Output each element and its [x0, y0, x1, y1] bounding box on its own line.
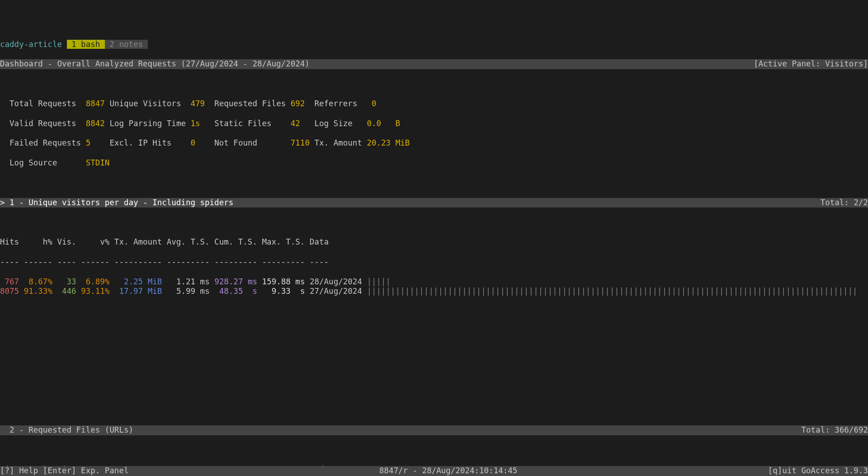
panel-1-dashes: ---- ------ ---- ------ ---------- -----… [0, 257, 868, 267]
blank [0, 306, 868, 316]
tmux-tabbar: caddy-article 1 bash 2 notes [0, 40, 868, 50]
failed-requests-label: Failed Requests [9, 138, 81, 147]
not-found-label: Not Found [214, 138, 257, 147]
footer-bar: [?] Help [Enter] Exp. Panel8847/r - 28/A… [0, 466, 868, 476]
panel-2-title: 2 - Requested Files (URLs) [0, 425, 133, 435]
log-size-unit: B [396, 119, 401, 128]
failed-requests-value: 5 [86, 138, 91, 147]
blank [0, 445, 868, 455]
log-size-value: 0.0 [367, 119, 381, 128]
panel-1-header[interactable]: > 1 - Unique visitors per day - Includin… [0, 198, 868, 208]
blank [0, 386, 868, 396]
panel-2-total: Total: 366/692 [801, 425, 868, 435]
requested-files-label: Requested Files [214, 99, 286, 108]
referrers-label: Referrers [314, 99, 357, 108]
tx-amount-label: Tx. Amount [315, 138, 362, 147]
blank [0, 79, 868, 89]
blank [0, 405, 868, 415]
log-source-value: STDIN [86, 158, 110, 167]
unique-visitors-label: Unique Visitors [109, 99, 181, 108]
summary-row-4: Log Source STDIN [0, 158, 868, 168]
valid-requests-label: Valid Requests [9, 119, 76, 128]
footer-quit[interactable]: [q]uit GoAccess 1.9.3 [768, 466, 868, 476]
panel-1-title: > 1 - Unique visitors per day - Includin… [0, 198, 233, 208]
panel-2-header[interactable]: 2 - Requested Files (URLs)Total: 366/692 [0, 425, 868, 435]
tab-active[interactable]: 1 bash [67, 40, 105, 49]
referrers-value: 0 [372, 99, 377, 108]
requested-files-value: 692 [291, 99, 305, 108]
static-files-value: 42 [291, 119, 300, 128]
active-panel-label: [Active Panel: Visitors] [754, 59, 868, 69]
log-parsing-time-label: Log Parsing Time [109, 119, 186, 128]
panel-1-col-headers: Hits h% Vis. v% Tx. Amount Avg. T.S. Cum… [0, 237, 868, 247]
static-files-label: Static Files [214, 119, 271, 128]
log-source-label: Log Source [9, 158, 57, 167]
blank [0, 178, 868, 188]
summary-row-2: Valid Requests 8842 Log Parsing Time 1s … [0, 119, 868, 129]
excl-ip-hits-value: 0 [191, 138, 196, 147]
unique-visitors-value: 479 [191, 99, 205, 108]
tab-inactive[interactable]: 2 notes [105, 40, 148, 49]
dashboard-title: Dashboard - Overall Analyzed Requests (2… [0, 59, 310, 69]
tx-amount-value: 20.23 [367, 138, 391, 147]
tab-session: caddy-article [0, 40, 62, 49]
blank [0, 217, 868, 227]
panel-1-total: Total: 2/2 [821, 198, 868, 208]
panel-1-row[interactable]: 8075 91.33% 446 93.11% 17.97 MiB 5.99 ms… [0, 287, 868, 297]
total-requests-value: 8847 [86, 99, 105, 108]
blank [0, 346, 868, 356]
summary-row-1: Total Requests 8847 Unique Visitors 479 … [0, 99, 868, 109]
footer-help[interactable]: [?] Help [Enter] Exp. Panel [0, 466, 128, 476]
not-found-value: 7110 [291, 138, 310, 147]
panel-1-row[interactable]: 767 8.67% 33 6.89% 2.25 MiB 1.21 ms 928.… [0, 277, 868, 287]
footer-status: 8847/r - 28/Aug/2024:10:14:45 [379, 466, 518, 476]
excl-ip-hits-label: Excl. IP Hits [109, 138, 171, 147]
total-requests-label: Total Requests [9, 99, 76, 108]
valid-requests-value: 8842 [86, 119, 105, 128]
blank [0, 326, 868, 336]
tx-amount-unit: MiB [396, 138, 410, 147]
log-size-label: Log Size [314, 119, 352, 128]
summary-row-3: Failed Requests 5 Excl. IP Hits 0 Not Fo… [0, 138, 868, 148]
dashboard-header: Dashboard - Overall Analyzed Requests (2… [0, 59, 868, 69]
blank [0, 366, 868, 376]
log-parsing-time-value: 1s [191, 119, 200, 128]
